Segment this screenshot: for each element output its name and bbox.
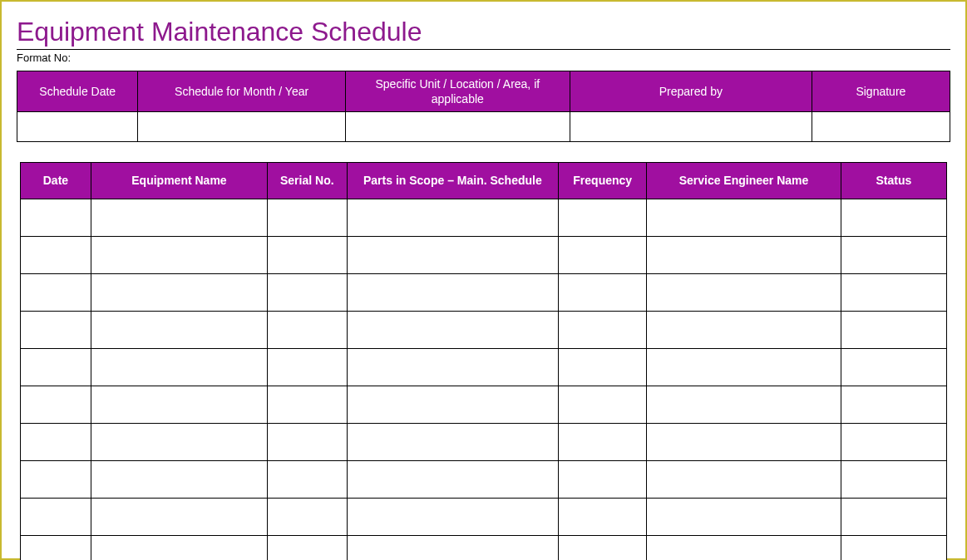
table-cell[interactable]	[21, 535, 91, 560]
table-cell[interactable]	[91, 199, 267, 236]
table-cell[interactable]	[268, 236, 347, 273]
table-row	[21, 311, 947, 348]
table-cell[interactable]	[268, 348, 347, 386]
table-cell[interactable]	[268, 386, 347, 423]
table-cell[interactable]	[559, 199, 647, 236]
table-cell[interactable]	[347, 498, 559, 535]
table-cell[interactable]	[647, 236, 841, 273]
table-cell[interactable]	[91, 460, 267, 498]
table-cell[interactable]	[268, 199, 347, 236]
table-cell[interactable]	[647, 199, 841, 236]
table-cell[interactable]	[841, 423, 946, 460]
table-cell[interactable]	[647, 460, 841, 498]
title-divider	[17, 49, 950, 50]
table-cell[interactable]	[559, 423, 647, 460]
meta-cell-schedule-month-year[interactable]	[138, 112, 345, 142]
table-cell[interactable]	[841, 386, 946, 423]
table-cell[interactable]	[559, 386, 647, 423]
table-cell[interactable]	[347, 386, 559, 423]
table-cell[interactable]	[21, 386, 91, 423]
table-cell[interactable]	[21, 199, 91, 236]
table-cell[interactable]	[559, 273, 647, 311]
meta-cell-schedule-date[interactable]	[17, 112, 138, 142]
table-cell[interactable]	[91, 311, 267, 348]
table-row	[21, 460, 947, 498]
table-cell[interactable]	[841, 498, 946, 535]
table-cell[interactable]	[347, 460, 559, 498]
table-cell[interactable]	[268, 535, 347, 560]
table-cell[interactable]	[21, 348, 91, 386]
meta-header-schedule-date: Schedule Date	[17, 71, 138, 112]
main-header-frequency: Frequency	[559, 163, 647, 199]
table-cell[interactable]	[21, 498, 91, 535]
table-cell[interactable]	[91, 386, 267, 423]
table-cell[interactable]	[841, 311, 946, 348]
table-cell[interactable]	[647, 498, 841, 535]
table-cell[interactable]	[647, 423, 841, 460]
table-row	[21, 535, 947, 560]
table-cell[interactable]	[21, 273, 91, 311]
main-table-body	[21, 199, 947, 560]
meta-cell-signature[interactable]	[812, 112, 950, 142]
table-cell[interactable]	[268, 498, 347, 535]
format-number-label: Format No:	[17, 52, 950, 64]
table-cell[interactable]	[647, 535, 841, 560]
table-cell[interactable]	[268, 423, 347, 460]
table-cell[interactable]	[347, 535, 559, 560]
table-row	[21, 273, 947, 311]
table-cell[interactable]	[347, 311, 559, 348]
main-header-status: Status	[841, 163, 946, 199]
table-cell[interactable]	[268, 460, 347, 498]
table-cell[interactable]	[647, 386, 841, 423]
table-row	[21, 199, 947, 236]
table-cell[interactable]	[21, 236, 91, 273]
meta-cell-unit-location[interactable]	[345, 112, 570, 142]
table-cell[interactable]	[91, 535, 267, 560]
main-header-serial-no: Serial No.	[268, 163, 347, 199]
table-cell[interactable]	[21, 460, 91, 498]
document-frame: Equipment Maintenance Schedule Format No…	[0, 0, 967, 560]
main-header-service-engineer: Service Engineer Name	[647, 163, 841, 199]
table-cell[interactable]	[841, 535, 946, 560]
meta-table: Schedule Date Schedule for Month / Year …	[17, 71, 950, 142]
table-cell[interactable]	[91, 348, 267, 386]
main-header-row: Date Equipment Name Serial No. Parts in …	[21, 163, 947, 199]
table-cell[interactable]	[647, 311, 841, 348]
table-cell[interactable]	[347, 273, 559, 311]
table-cell[interactable]	[21, 311, 91, 348]
main-table: Date Equipment Name Serial No. Parts in …	[20, 162, 947, 560]
table-cell[interactable]	[647, 273, 841, 311]
table-cell[interactable]	[347, 423, 559, 460]
table-row	[21, 236, 947, 273]
table-cell[interactable]	[91, 498, 267, 535]
table-cell[interactable]	[21, 423, 91, 460]
page-title: Equipment Maintenance Schedule	[17, 17, 950, 47]
meta-header-schedule-month-year: Schedule for Month / Year	[138, 71, 345, 112]
table-cell[interactable]	[91, 423, 267, 460]
table-cell[interactable]	[559, 236, 647, 273]
table-cell[interactable]	[559, 348, 647, 386]
table-cell[interactable]	[559, 460, 647, 498]
meta-cell-prepared-by[interactable]	[570, 112, 812, 142]
table-cell[interactable]	[559, 498, 647, 535]
table-cell[interactable]	[841, 199, 946, 236]
table-cell[interactable]	[841, 236, 946, 273]
meta-value-row	[17, 112, 950, 142]
main-header-parts-scope: Parts in Scope – Main. Schedule	[347, 163, 559, 199]
table-cell[interactable]	[347, 348, 559, 386]
table-cell[interactable]	[647, 348, 841, 386]
main-header-equipment-name: Equipment Name	[91, 163, 267, 199]
meta-header-prepared-by: Prepared by	[570, 71, 812, 112]
table-cell[interactable]	[559, 535, 647, 560]
table-row	[21, 498, 947, 535]
table-cell[interactable]	[841, 460, 946, 498]
table-cell[interactable]	[91, 273, 267, 311]
table-cell[interactable]	[347, 199, 559, 236]
table-cell[interactable]	[841, 348, 946, 386]
table-cell[interactable]	[559, 311, 647, 348]
table-cell[interactable]	[347, 236, 559, 273]
table-cell[interactable]	[841, 273, 946, 311]
table-cell[interactable]	[268, 273, 347, 311]
table-cell[interactable]	[91, 236, 267, 273]
table-cell[interactable]	[268, 311, 347, 348]
